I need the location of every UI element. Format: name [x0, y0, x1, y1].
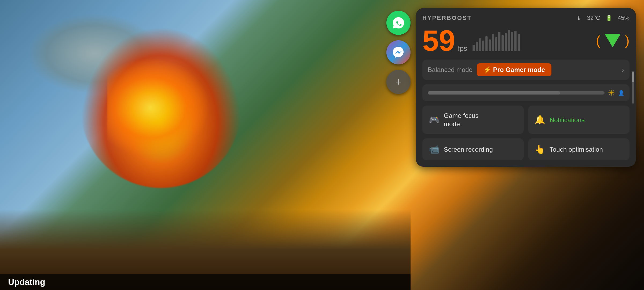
touch-icon: 👆 [535, 144, 545, 154]
status-text: Updating [8, 277, 45, 287]
brightness-track[interactable] [428, 91, 605, 95]
grid-row-1: 🎮 Game focus mode 🔔 Notifications [422, 106, 630, 134]
vol-triangle [605, 34, 621, 47]
vol-paren-left: ( [596, 33, 601, 48]
brightness-control[interactable]: ☀ 👤 [422, 84, 630, 101]
fps-label: fps [458, 44, 467, 53]
sidebar-apps: + [386, 11, 411, 94]
scroll-thumb [632, 71, 634, 82]
brightness-fill [428, 91, 560, 95]
mode-balanced-label[interactable]: Balanced mode [428, 66, 473, 74]
mode-selector[interactable]: Balanced mode ⚡ Pro Gamer mode › [422, 60, 630, 80]
battery-icon: 🔋 [606, 15, 612, 21]
brightness-icon: ☀ [608, 88, 615, 97]
hyperboost-panel: HYPERBOOST 🌡 32°C 🔋 45% 59 fps [416, 8, 636, 167]
battery-value: 45% [618, 15, 630, 21]
scrollbar[interactable] [632, 71, 634, 104]
panel-header: HYPERBOOST 🌡 32°C 🔋 45% [422, 15, 630, 21]
touch-optimisation-button[interactable]: 👆 Touch optimisation [528, 138, 630, 160]
mode-arrow[interactable]: › [622, 66, 624, 74]
fps-row: 59 fps ( ) [422, 26, 630, 55]
notifications-label: Notifications [550, 116, 585, 124]
mode-pro-button[interactable]: ⚡ Pro Gamer mode [477, 63, 551, 76]
game-focus-label: Game focus mode [444, 111, 478, 128]
screen-recording-button[interactable]: 📹 Screen recording [422, 138, 524, 160]
brightness-person-icon: 👤 [618, 90, 624, 96]
header-stats: 🌡 32°C 🔋 45% [576, 15, 630, 21]
gamepad-icon: 🎮 [429, 115, 440, 125]
add-icon: + [395, 76, 401, 88]
notifications-button[interactable]: 🔔 Notifications [528, 106, 630, 134]
game-focus-button[interactable]: 🎮 Game focus mode [422, 106, 524, 134]
app-icon-add[interactable]: + [386, 70, 411, 94]
fps-chart [473, 30, 591, 51]
screen-recording-label: Screen recording [444, 145, 493, 154]
touch-optimisation-label: Touch optimisation [550, 145, 603, 154]
fps-value: 59 [422, 26, 455, 55]
status-bar: Updating [0, 274, 411, 290]
grid-row-2: 📹 Screen recording 👆 Touch optimisation [422, 138, 630, 160]
temperature-icon: 🌡 [576, 15, 582, 21]
explosion-effect-2 [107, 54, 215, 161]
temperature-value: 32°C [587, 15, 600, 21]
bell-icon: 🔔 [535, 115, 545, 125]
fps-display: 59 fps [422, 26, 467, 55]
app-icon-whatsapp[interactable] [386, 11, 411, 35]
app-icon-messenger[interactable] [386, 40, 411, 64]
volume-indicator: ( ) [596, 33, 630, 48]
camera-icon: 📹 [429, 144, 440, 154]
vol-paren-right: ) [625, 33, 630, 48]
brand-logo: HYPERBOOST [422, 15, 472, 21]
mode-pro-label: ⚡ Pro Gamer mode [483, 66, 545, 74]
